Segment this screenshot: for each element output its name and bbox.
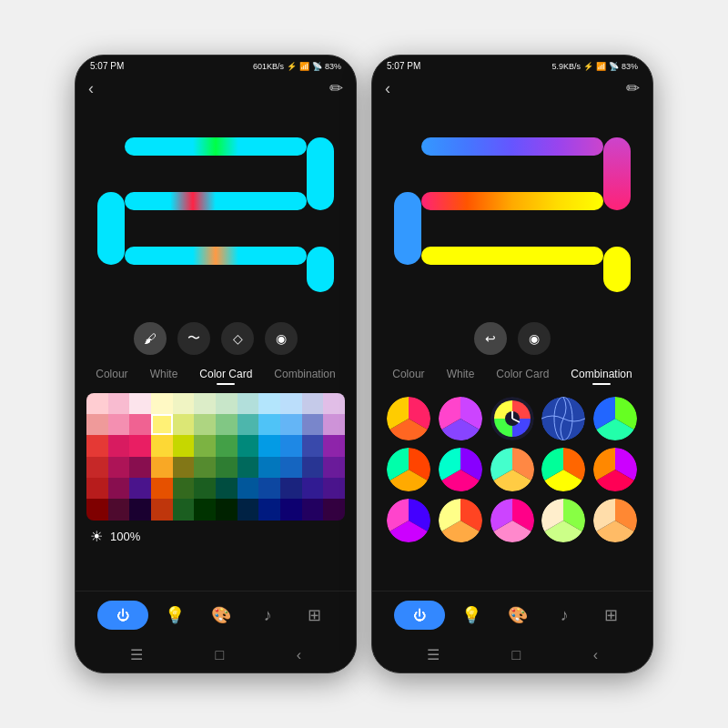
- color-cell-1-9[interactable]: [280, 414, 302, 435]
- color-cell-0-6[interactable]: [216, 393, 238, 414]
- tab-white-1[interactable]: White: [147, 366, 182, 382]
- color-cell-3-8[interactable]: [258, 457, 280, 478]
- music-button-2[interactable]: ♪: [544, 602, 584, 628]
- combo-item-2-1[interactable]: [439, 499, 482, 542]
- color-cell-5-7[interactable]: [238, 499, 259, 520]
- color-cell-4-10[interactable]: [302, 478, 324, 499]
- tab-combination-1[interactable]: Combination: [270, 366, 339, 382]
- color-cell-2-2[interactable]: [129, 435, 151, 456]
- combo-item-2-3[interactable]: [541, 499, 585, 542]
- color-cell-4-3[interactable]: [151, 478, 173, 499]
- color-cell-1-3[interactable]: [151, 414, 173, 435]
- combo-item-2-0[interactable]: [387, 499, 430, 542]
- color-cell-2-4[interactable]: [173, 435, 195, 456]
- color-cell-4-6[interactable]: [216, 478, 238, 499]
- color-cell-2-1[interactable]: [108, 435, 130, 456]
- color-cell-1-8[interactable]: [258, 414, 280, 435]
- combo-item-1-4[interactable]: [593, 448, 637, 491]
- combo-item-0-2[interactable]: [490, 397, 534, 440]
- combo-item-1-0[interactable]: [387, 448, 430, 491]
- color-cell-0-9[interactable]: [280, 393, 302, 414]
- color-cell-2-6[interactable]: [216, 435, 238, 456]
- tab-colorcard-2[interactable]: Color Card: [492, 366, 552, 382]
- color-cell-5-11[interactable]: [323, 499, 345, 520]
- color-cell-1-2[interactable]: [129, 414, 151, 435]
- menu-button-2[interactable]: ☰: [427, 646, 440, 663]
- color-cell-3-0[interactable]: [86, 457, 108, 478]
- combo-item-2-4[interactable]: [593, 499, 637, 542]
- tab-colour-2[interactable]: Colour: [389, 366, 428, 382]
- home-button-2[interactable]: □: [511, 647, 521, 663]
- color-cell-3-10[interactable]: [302, 457, 324, 478]
- back-button-2[interactable]: ‹: [385, 79, 390, 98]
- color-cell-4-5[interactable]: [194, 478, 216, 499]
- color-cell-0-2[interactable]: [129, 393, 151, 414]
- grid-button-2[interactable]: ⊞: [591, 602, 631, 628]
- color-cell-2-5[interactable]: [194, 435, 216, 456]
- color-cell-1-7[interactable]: [238, 414, 259, 435]
- home-button-1[interactable]: □: [215, 647, 224, 663]
- color-cell-3-3[interactable]: [151, 457, 173, 478]
- eraser-tool-button[interactable]: ◇: [221, 322, 254, 355]
- bulb-button-1[interactable]: 💡: [155, 602, 195, 628]
- tab-colorcard-1[interactable]: Color Card: [196, 366, 256, 382]
- combo-item-1-2[interactable]: [490, 448, 534, 491]
- color-cell-0-0[interactable]: [86, 393, 108, 414]
- color-cell-2-10[interactable]: [302, 435, 324, 456]
- color-cell-3-9[interactable]: [280, 457, 302, 478]
- color-cell-3-6[interactable]: [216, 457, 238, 478]
- tab-white-2[interactable]: White: [443, 366, 479, 382]
- circle-tool-button[interactable]: ◉: [265, 322, 298, 355]
- color-cell-3-7[interactable]: [238, 457, 259, 478]
- color-cell-0-1[interactable]: [108, 393, 130, 414]
- brush-tool-button[interactable]: 🖌: [134, 322, 167, 355]
- color-cell-4-2[interactable]: [129, 478, 151, 499]
- color-cell-1-4[interactable]: [173, 414, 195, 435]
- color-cell-1-0[interactable]: [86, 414, 108, 435]
- color-cell-5-10[interactable]: [302, 499, 324, 520]
- color-cell-0-11[interactable]: [323, 393, 345, 414]
- color-cell-3-5[interactable]: [194, 457, 216, 478]
- color-cell-0-4[interactable]: [173, 393, 195, 414]
- color-cell-3-1[interactable]: [108, 457, 130, 478]
- color-cell-0-10[interactable]: [302, 393, 324, 414]
- back-sys-button-1[interactable]: ‹: [297, 647, 301, 663]
- color-cell-4-8[interactable]: [258, 478, 280, 499]
- color-cell-3-2[interactable]: [129, 457, 151, 478]
- color-cell-2-8[interactable]: [258, 435, 280, 456]
- color-cell-1-11[interactable]: [323, 414, 345, 435]
- color-cell-3-11[interactable]: [323, 457, 345, 478]
- color-cell-2-0[interactable]: [86, 435, 108, 456]
- color-cell-5-4[interactable]: [173, 499, 195, 520]
- color-cell-5-8[interactable]: [258, 499, 280, 520]
- color-cell-0-3[interactable]: [151, 393, 173, 414]
- color-cell-4-11[interactable]: [323, 478, 345, 499]
- palette-button-1[interactable]: 🎨: [201, 602, 241, 628]
- color-cell-0-5[interactable]: [194, 393, 216, 414]
- color-cell-5-6[interactable]: [216, 499, 238, 520]
- palette-button-2[interactable]: 🎨: [498, 602, 538, 628]
- color-cell-2-3[interactable]: [151, 435, 173, 456]
- edit-button-2[interactable]: ✏: [626, 78, 640, 98]
- combo-item-0-4[interactable]: [593, 397, 637, 440]
- back-sys-button-2[interactable]: ‹: [593, 647, 598, 663]
- color-cell-5-1[interactable]: [108, 499, 130, 520]
- bulb-button-2[interactable]: 💡: [451, 602, 491, 628]
- combo-item-2-2[interactable]: [490, 499, 534, 542]
- color-cell-1-10[interactable]: [302, 414, 324, 435]
- combo-item-0-1[interactable]: [439, 397, 482, 440]
- color-cell-4-7[interactable]: [238, 478, 259, 499]
- tab-combination-2[interactable]: Combination: [567, 366, 635, 382]
- tab-colour-1[interactable]: Colour: [92, 366, 131, 382]
- back-button-1[interactable]: ‹: [88, 79, 94, 98]
- combo-item-1-1[interactable]: [439, 448, 482, 491]
- color-cell-0-8[interactable]: [258, 393, 280, 414]
- grid-button-1[interactable]: ⊞: [294, 602, 334, 628]
- history-tool-button[interactable]: ↩: [474, 322, 507, 355]
- color-cell-3-4[interactable]: [173, 457, 195, 478]
- color-cell-5-5[interactable]: [194, 499, 216, 520]
- power-button-2[interactable]: ⏻: [394, 601, 445, 630]
- edit-button-1[interactable]: ✏: [329, 78, 343, 98]
- color-cell-5-2[interactable]: [129, 499, 151, 520]
- color-cell-4-9[interactable]: [280, 478, 302, 499]
